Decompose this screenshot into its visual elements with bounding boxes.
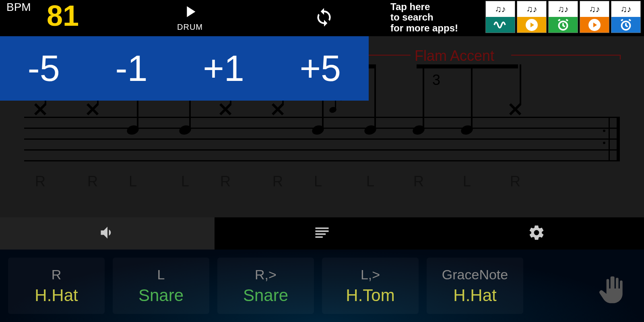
end-barline bbox=[609, 117, 620, 160]
pad-bottom-label: Snare bbox=[243, 286, 288, 305]
ad-banner[interactable]: Tap here to search for more apps! bbox=[390, 2, 458, 33]
pad-top-label: L,> bbox=[361, 267, 380, 283]
sticking-letter: L bbox=[181, 173, 189, 190]
hand-icon[interactable] bbox=[596, 274, 628, 308]
sticking-letter: L bbox=[314, 173, 322, 190]
bpm-adjust-popup: -5 -1 +1 +5 bbox=[0, 36, 369, 101]
app-icon-0[interactable]: ♫♪ bbox=[485, 1, 515, 33]
bpm-label: BPM bbox=[6, 1, 31, 14]
app-icon-2[interactable]: ♫♪ bbox=[548, 1, 578, 33]
tab-settings[interactable] bbox=[429, 217, 644, 250]
section-bracket bbox=[620, 55, 621, 60]
section-bracket bbox=[511, 55, 621, 56]
pad-4[interactable]: GraceNoteH.Hat bbox=[427, 258, 523, 314]
pad-top-label: L bbox=[157, 267, 165, 283]
tab-sound[interactable] bbox=[0, 217, 215, 250]
sticking-letter: R bbox=[35, 173, 45, 190]
sticking-letter: R bbox=[413, 173, 424, 190]
sticking-letter: L bbox=[463, 173, 471, 190]
pad-1[interactable]: LSnare bbox=[113, 258, 209, 314]
app-icons-row: ♫♪♫♪♫♪♫♪♫♪ bbox=[485, 1, 641, 33]
app-icon-4[interactable]: ♫♪ bbox=[611, 1, 641, 33]
pads-row: RH.HatLSnareR,>SnareL,>H.TomGraceNoteH.H… bbox=[0, 250, 644, 322]
pad-2[interactable]: R,>Snare bbox=[217, 258, 314, 314]
sticking-letter: R bbox=[220, 173, 231, 190]
section-title: Flam Accent bbox=[415, 47, 494, 64]
play-icon bbox=[177, 2, 203, 23]
pad-bottom-label: H.Tom bbox=[346, 286, 394, 305]
sticking-letter: L bbox=[129, 173, 137, 190]
app-icon-3[interactable]: ♫♪ bbox=[580, 1, 609, 33]
bpm-plus-5-button[interactable]: +5 bbox=[300, 48, 341, 89]
sticking-letter: R bbox=[510, 173, 520, 190]
pad-0[interactable]: RH.Hat bbox=[8, 258, 105, 314]
app-icon-1[interactable]: ♫♪ bbox=[517, 1, 547, 33]
pad-bottom-label: H.Hat bbox=[453, 286, 496, 305]
sticking-letter: L bbox=[366, 173, 374, 190]
pad-top-label: GraceNote bbox=[442, 267, 508, 283]
pad-bottom-label: Snare bbox=[138, 286, 184, 305]
pad-3[interactable]: L,>H.Tom bbox=[322, 258, 419, 314]
bpm-minus-1-button[interactable]: -1 bbox=[116, 48, 148, 89]
bpm-value[interactable]: 81 bbox=[47, 0, 79, 32]
tab-list[interactable] bbox=[215, 217, 429, 250]
tab-bar bbox=[0, 217, 644, 250]
sticking-letter: R bbox=[87, 173, 98, 190]
pad-top-label: R,> bbox=[255, 267, 277, 283]
bpm-plus-1-button[interactable]: +1 bbox=[203, 48, 244, 89]
loop-button[interactable] bbox=[314, 7, 334, 29]
beam bbox=[417, 64, 518, 68]
bpm-minus-5-button[interactable]: -5 bbox=[28, 48, 60, 89]
gear-icon bbox=[528, 224, 545, 243]
sticking-letter: R bbox=[272, 173, 283, 190]
list-icon bbox=[313, 224, 331, 243]
volume-icon bbox=[99, 224, 116, 243]
triplet-label: 3 bbox=[432, 72, 440, 89]
top-bar: BPM 81 DRUM Tap here to search for more … bbox=[0, 0, 644, 36]
pad-bottom-label: H.Hat bbox=[35, 286, 78, 305]
play-label: DRUM bbox=[177, 23, 203, 32]
pad-top-label: R bbox=[52, 267, 62, 283]
play-button[interactable]: DRUM bbox=[177, 2, 203, 32]
